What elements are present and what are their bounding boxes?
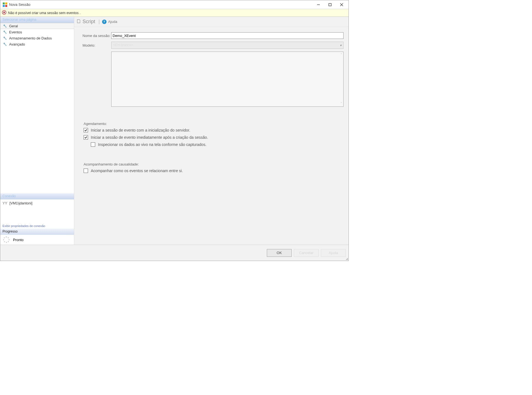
checkbox-causality[interactable] <box>84 169 88 173</box>
svg-rect-1 <box>5 2 7 4</box>
template-description-box: ˄ ˅ <box>111 52 344 107</box>
page-list: 🔧 Geral 🔧 Eventos 🔧 Armazenamento de Dad… <box>0 23 74 47</box>
maximize-button[interactable] <box>324 0 336 9</box>
checkbox-label: Acompanhar como os eventos se relacionam… <box>91 169 183 173</box>
wrench-icon: 🔧 <box>3 24 7 28</box>
sidebar-item-avancado[interactable]: 🔧 Avançado <box>0 41 74 47</box>
svg-rect-2 <box>3 5 5 7</box>
help-icon: ? <box>102 20 107 24</box>
cancel-button[interactable]: Cancelar <box>294 249 319 257</box>
checkbox-live-watch[interactable] <box>91 142 95 147</box>
connection-value: [VM1\jdantoni] <box>9 201 32 205</box>
help-link[interactable]: Ajuda <box>108 20 117 24</box>
chevron-down-icon: ▾ <box>340 44 342 47</box>
titlebar: Nova Sessão <box>0 0 349 9</box>
sidebar-header-connection: Conexão <box>0 193 74 199</box>
svg-rect-3 <box>5 5 7 7</box>
error-text: Não é possível criar uma sessão sem even… <box>8 11 81 15</box>
wrench-icon: 🔧 <box>3 36 7 40</box>
template-value: <Em branco> <box>113 43 133 47</box>
checkbox-label: Iniciar a sessão de evento com a inicial… <box>91 128 190 132</box>
scroll-up-icon[interactable]: ˄ <box>341 53 342 57</box>
schedule-section-label: Agendamento: <box>84 122 344 126</box>
svg-rect-5 <box>329 3 331 6</box>
window-title: Nova Sessão <box>9 2 313 7</box>
sidebar-item-geral[interactable]: 🔧 Geral <box>0 23 74 29</box>
checkbox-start-immediately[interactable] <box>84 135 88 140</box>
footer: OK Cancelar Ajuda ◢ <box>0 245 349 261</box>
connection-line: YY [VM1\jdantoni] <box>0 199 74 207</box>
sidebar-header-progress: Progresso <box>0 229 74 235</box>
checkbox-label: Inspecionar os dados ao vivo na tela con… <box>98 142 206 147</box>
sidebar-item-eventos[interactable]: 🔧 Eventos <box>0 29 74 35</box>
resize-grip-icon[interactable]: ◢ <box>346 257 348 260</box>
close-button[interactable] <box>336 0 347 9</box>
sidebar-item-label: Avançado <box>9 42 25 46</box>
sidebar: Selecionar uma página 🔧 Geral 🔧 Eventos … <box>0 17 74 245</box>
sidebar-item-armazenamento[interactable]: 🔧 Armazenamento de Dados <box>0 35 74 41</box>
help-button[interactable]: Ajuda <box>321 249 346 257</box>
connection-prefix: YY <box>2 201 7 205</box>
script-dropdown[interactable]: Script <box>83 19 95 25</box>
progress-status: Pronto <box>13 238 23 242</box>
main-container: Selecionar uma página 🔧 Geral 🔧 Eventos … <box>0 17 349 245</box>
checkbox-start-with-server[interactable] <box>84 128 88 132</box>
template-combo[interactable]: <Em branco> ▾ <box>111 42 344 49</box>
wrench-icon: 🔧 <box>3 30 7 34</box>
minimize-button[interactable] <box>313 0 324 9</box>
template-label: Modelo: <box>83 43 111 47</box>
error-bar: Não é possível criar uma sessão sem even… <box>0 9 349 17</box>
check-row-start-immediately: Iniciar a sessão de evento imediatamente… <box>84 135 344 140</box>
causality-section-label: Acompanhamento de causalidade: <box>84 162 344 166</box>
sidebar-item-label: Eventos <box>9 30 22 34</box>
progress-block: Progresso Pronto <box>0 229 74 245</box>
ok-button[interactable]: OK <box>267 249 292 257</box>
toolbar-divider: | <box>99 19 100 25</box>
wrench-icon: 🔧 <box>3 42 7 46</box>
content-toolbar: Script | ? Ajuda <box>74 17 349 27</box>
script-icon <box>76 19 81 24</box>
svg-rect-0 <box>3 2 5 4</box>
sidebar-header-pages: Selecionar uma página <box>0 17 74 23</box>
error-icon <box>2 10 6 15</box>
check-row-causality: Acompanhar como os eventos se relacionam… <box>84 169 344 173</box>
session-name-label: Nome da sessão: <box>83 34 111 38</box>
app-icon <box>2 2 7 7</box>
connection-block: Conexão YY [VM1\jdantoni] Exibir proprie… <box>0 193 74 229</box>
connection-properties-link[interactable]: Exibir propriedades de conexão <box>0 223 74 229</box>
scroll-down-icon[interactable]: ˅ <box>341 102 342 105</box>
form-area: Nome da sessão: Modelo: <Em branco> ▾ ˄ … <box>74 27 349 177</box>
check-row-start-with-server: Iniciar a sessão de evento com a inicial… <box>84 128 344 132</box>
sidebar-item-label: Armazenamento de Dados <box>9 36 52 40</box>
sidebar-item-label: Geral <box>9 24 18 28</box>
check-row-live-watch: Inspecionar os dados ao vivo na tela con… <box>91 142 344 147</box>
progress-spinner-icon <box>3 236 10 243</box>
checkbox-label: Iniciar a sessão de evento imediatamente… <box>91 135 208 140</box>
session-name-input[interactable] <box>111 32 344 39</box>
content-area: Script | ? Ajuda Nome da sessão: Modelo:… <box>74 17 349 245</box>
